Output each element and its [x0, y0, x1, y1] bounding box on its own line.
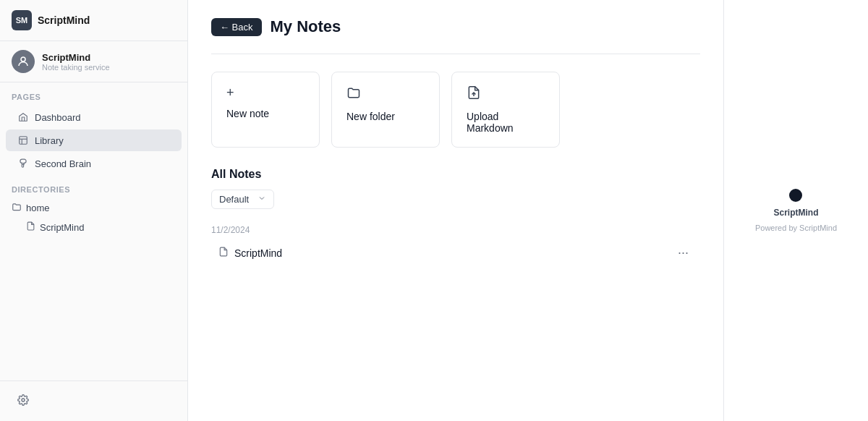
sidebar-item-dashboard[interactable]: Dashboard [6, 106, 182, 128]
folder-icon [12, 202, 22, 214]
new-note-card[interactable]: + New note [211, 72, 320, 148]
page-header: ← Back My Notes [211, 17, 700, 36]
user-avatar [12, 50, 35, 73]
all-notes-header: All Notes [211, 168, 700, 181]
chevron-down-icon [258, 194, 266, 205]
sidebar: SM ScriptMind ScriptMind Note taking ser… [0, 0, 188, 421]
new-note-label: New note [226, 108, 305, 119]
notes-date-group: 11/2/2024 ScriptMind ··· [211, 221, 700, 268]
directory-home[interactable]: home [0, 198, 187, 218]
brain-icon [17, 158, 29, 169]
gear-icon [17, 394, 29, 408]
file-upload-icon [467, 85, 545, 103]
svg-point-0 [21, 57, 25, 61]
note-item[interactable]: ScriptMind ··· [211, 238, 700, 268]
logo-circle [789, 189, 802, 202]
upload-markdown-label: Upload Markdown [467, 111, 545, 134]
page-title: My Notes [271, 17, 341, 36]
book-icon [17, 135, 29, 146]
directory-home-label: home [26, 203, 50, 213]
sidebar-item-library[interactable]: Library [6, 129, 182, 151]
new-folder-card[interactable]: New folder [331, 72, 440, 148]
directories-section-label: Directories [0, 175, 187, 198]
sidebar-item-library-label: Library [35, 135, 64, 146]
user-info: ScriptMind Note taking service [42, 52, 110, 72]
house-icon [17, 111, 29, 123]
user-name: ScriptMind [42, 52, 110, 63]
folder-open-icon [346, 85, 425, 103]
user-subtitle: Note taking service [42, 63, 110, 72]
main-content: ← Back My Notes + New note New folder Up… [188, 0, 723, 421]
sidebar-bottom [0, 380, 187, 421]
pages-section-label: Pages [0, 82, 187, 106]
all-notes-title: All Notes [211, 168, 261, 181]
note-file-icon [218, 247, 229, 259]
note-name: ScriptMind [234, 247, 282, 259]
sidebar-item-second-brain[interactable]: Second Brain [6, 153, 182, 174]
powered-logo: ScriptMind Powered by ScriptMind [755, 189, 837, 232]
note-more-button[interactable]: ··· [673, 244, 693, 262]
upload-markdown-card[interactable]: Upload Markdown [451, 72, 560, 148]
header-divider [211, 54, 700, 54]
plus-icon: + [226, 85, 305, 101]
notes-date: 11/2/2024 [211, 221, 700, 238]
powered-text: Powered by ScriptMind [755, 224, 837, 232]
note-item-left: ScriptMind [218, 247, 282, 259]
workspace-name: ScriptMind [38, 14, 90, 26]
sort-label: Default [219, 194, 249, 205]
workspace-avatar: SM [12, 10, 32, 30]
user-profile[interactable]: ScriptMind Note taking service [0, 41, 187, 82]
svg-rect-1 [20, 137, 27, 145]
sort-dropdown[interactable]: Default [211, 190, 274, 209]
new-folder-label: New folder [346, 111, 425, 122]
settings-button[interactable] [12, 390, 176, 412]
directory-scriptmind-label: ScriptMind [40, 222, 84, 233]
sidebar-item-second-brain-label: Second Brain [35, 158, 91, 169]
svg-point-4 [22, 399, 25, 401]
directory-scriptmind[interactable]: ScriptMind [0, 218, 187, 237]
action-cards-container: + New note New folder Upload Markdown [211, 72, 700, 148]
file-icon [26, 221, 35, 233]
back-button[interactable]: ← Back [211, 18, 262, 36]
brand-name: ScriptMind [773, 208, 818, 218]
sidebar-item-dashboard-label: Dashboard [35, 112, 81, 123]
right-panel: ScriptMind Powered by ScriptMind [723, 0, 868, 421]
workspace-header: SM ScriptMind [0, 0, 187, 41]
